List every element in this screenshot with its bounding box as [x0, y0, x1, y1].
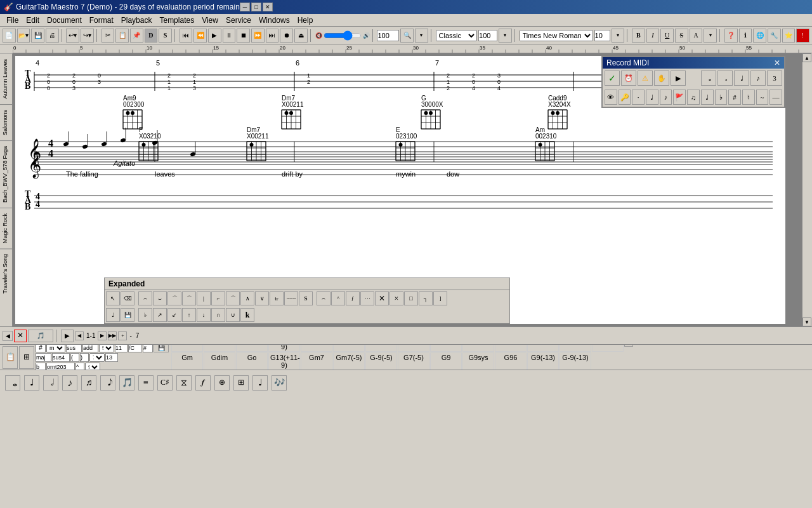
maj-input[interactable]: maj [36, 353, 51, 362]
key-sharp-input[interactable]: # [36, 344, 46, 352]
bold-d-button[interactable]: D [145, 29, 158, 43]
chord-Gm-5[interactable]: Gm(-5) [301, 344, 332, 352]
exp-dyn-btn[interactable]: ƒ [346, 291, 360, 305]
scroll-track[interactable] [802, 62, 812, 318]
midi-play-btn[interactable]: ▶ [671, 70, 686, 86]
zoom-button[interactable]: 🔍 [400, 29, 414, 43]
style-size-input[interactable] [478, 30, 497, 41]
midi-eye-btn[interactable]: 👁 [605, 90, 617, 105]
chord-G9p11[interactable]: G9(+11) [527, 344, 559, 352]
open-button[interactable]: 📂▾ [17, 29, 30, 43]
exp-note-btn2[interactable]: 𝅗𝅥 [43, 375, 58, 391]
exp-arc3-btn[interactable]: ⌒ [167, 291, 181, 305]
symbol2-btn[interactable]: ⊕ [214, 375, 230, 391]
midi-note3-btn[interactable]: ♩ [734, 70, 749, 86]
nav-right-btn[interactable]: ▶ [98, 331, 107, 340]
exp-S-btn[interactable]: S [299, 291, 313, 305]
chord-Gsys[interactable]: Gsys [236, 344, 268, 352]
whole-note-btn[interactable]: 𝅝 [5, 375, 20, 391]
midi-hand-btn[interactable]: ✋ [654, 70, 669, 86]
exp-b1-btn[interactable]: ♭ [138, 308, 152, 322]
exp-x2-btn[interactable]: × [390, 291, 403, 305]
info-button[interactable]: ℹ [739, 29, 752, 43]
minimize-button[interactable]: ─ [240, 3, 250, 11]
exp-arc5-btn[interactable]: ⌢ [317, 291, 331, 305]
dynamics-btn[interactable]: 𝆑 [195, 375, 211, 391]
font-size-input[interactable] [594, 30, 610, 41]
midi-note6-btn[interactable]: ♪ [660, 90, 672, 105]
slash-input[interactable]: /C [128, 344, 142, 352]
bold-s-button[interactable]: S [159, 29, 172, 43]
note-extra-btn[interactable]: 🎵 [119, 375, 134, 391]
midi-note1-btn[interactable]: 𝅝 [701, 70, 716, 86]
eighth-note-btn[interactable]: ♬ [81, 375, 96, 391]
exp-bend-btn[interactable]: ↗ [153, 308, 167, 322]
chord-G13b[interactable]: G13(+11-9) [268, 352, 300, 370]
num1-select[interactable]: 5 [99, 344, 114, 352]
chord-G9p5[interactable]: G9(+5) [495, 344, 527, 352]
exp-x1-btn[interactable]: ✕ [375, 291, 389, 305]
midi-check-btn[interactable]: ✓ [605, 70, 620, 86]
nav-small-btn1[interactable]: ◀ [3, 331, 13, 341]
chord-G7sys[interactable]: G7sys [430, 344, 462, 352]
chord-G-9-13[interactable]: G-9(-13) [560, 352, 591, 370]
num4-input[interactable] [105, 353, 118, 362]
note-grid-btn[interactable]: ⊞ [233, 375, 249, 391]
exp-bracket-btn[interactable]: ] [433, 291, 447, 305]
menu-templates[interactable]: Templates [155, 15, 198, 26]
record-midi-close[interactable]: ✕ [774, 58, 780, 67]
midi-nat-btn[interactable]: ♮ [742, 90, 755, 105]
save-button[interactable]: 💾 [31, 29, 44, 43]
exp-caret1-btn[interactable]: ^ [331, 291, 345, 305]
paren-open-input[interactable] [70, 353, 79, 362]
ornt-input[interactable] [46, 363, 75, 370]
sus-input[interactable]: sus [66, 344, 82, 352]
midi-key-btn[interactable]: 🔑 [619, 90, 631, 105]
midi-clock-btn[interactable]: ⏰ [621, 70, 636, 86]
paste-button[interactable]: 📌 [130, 29, 143, 43]
num3-select[interactable]: 7 [89, 353, 105, 362]
maximize-button[interactable]: □ [251, 3, 261, 11]
chord-G5[interactable]: G5 [204, 344, 235, 352]
chord-Gm7-5[interactable]: Gm7(-5) [333, 352, 365, 370]
undo-button[interactable]: ↩▾ [66, 29, 79, 43]
exp-vibrato-btn[interactable]: ~~~ [284, 291, 298, 305]
font-color-button[interactable]: A [690, 29, 703, 43]
extra2-button[interactable]: ⭐ [782, 29, 796, 43]
menu-view[interactable]: View [198, 15, 222, 26]
menu-windows[interactable]: Windows [255, 15, 294, 26]
exp-arc2-btn[interactable]: ⌣ [153, 291, 167, 305]
play-btn-sm[interactable]: ▶ [61, 330, 74, 342]
half-note-btn[interactable]: ♩ [24, 375, 39, 391]
menu-service[interactable]: Service [222, 15, 255, 26]
mode-select[interactable]: m [46, 344, 65, 352]
paren-close-input[interactable] [80, 353, 89, 362]
globe-button[interactable]: 🌐 [753, 29, 766, 43]
metronome-btn[interactable]: ⧖ [176, 375, 192, 391]
caret-input[interactable] [75, 363, 84, 370]
menu-file[interactable]: File [3, 15, 22, 26]
midi-warning-btn[interactable]: ⚠ [638, 70, 653, 86]
exp-cursor-btn[interactable]: ↖ [106, 291, 120, 305]
zoom-input[interactable] [377, 30, 399, 41]
score-area[interactable]: Record MIDI ✕ ✓ ⏰ ⚠ ✋ ▶ 𝅝 𝅗 ♩ ♪ 3 [13, 53, 802, 326]
nav-plus-btn[interactable]: + [118, 331, 127, 340]
menu-document[interactable]: Document [43, 15, 86, 26]
style-select[interactable]: Classic [436, 30, 478, 41]
italic-button[interactable]: I [646, 29, 660, 43]
chord-GM9[interactable]: GM9 [462, 344, 494, 352]
font-arrow-btn[interactable]: ▾ [612, 29, 625, 43]
chord-Gdim[interactable]: Gdim [204, 352, 235, 370]
exp-line3-btn[interactable]: ┐ [419, 291, 433, 305]
playback-extra-button[interactable]: ⏏ [294, 29, 308, 43]
exp-square-btn[interactable]: □ [404, 291, 418, 305]
style-arrow-btn[interactable]: ▾ [499, 29, 512, 43]
exp-wave2-btn[interactable]: ∧ [240, 291, 254, 305]
note-extra3-btn[interactable]: 🎶 [272, 375, 287, 391]
beam-btn[interactable]: ≡ [138, 375, 154, 391]
strikethrough-button[interactable]: S [675, 29, 688, 43]
close-small-btn[interactable]: ✕ [14, 330, 27, 342]
chord-G[interactable]: G [171, 344, 203, 352]
exp-arc4-btn[interactable]: ⌒ [182, 291, 196, 305]
quarter-note-btn[interactable]: ♪ [62, 375, 77, 391]
